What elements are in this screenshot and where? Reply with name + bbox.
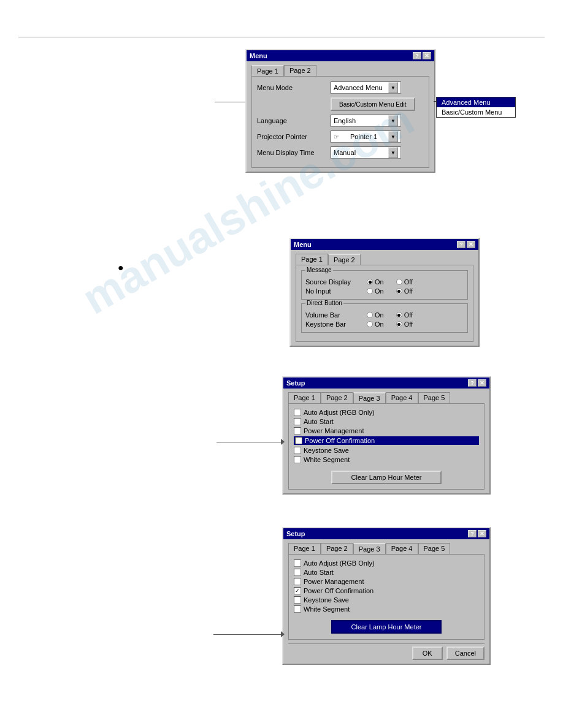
titlebar-controls-2: ? ✕ bbox=[457, 241, 475, 248]
clear-lamp-button-3[interactable]: Clear Lamp Hour Meter bbox=[331, 471, 442, 484]
titlebar-controls-3: ? ✕ bbox=[468, 379, 486, 387]
setup-dialog-3-titlebar: Setup ? ✕ bbox=[283, 377, 489, 389]
no-input-off-radio[interactable] bbox=[396, 288, 402, 294]
arrow-3 bbox=[216, 439, 285, 445]
setup-dialog-4-panel: Auto Adjust (RGB Only) Auto Start Power … bbox=[288, 554, 484, 640]
menu-dialog-1-content: Page 1 Page 2 Menu Mode Advanced Menu ▼ … bbox=[247, 61, 434, 172]
close-button-3[interactable]: ✕ bbox=[478, 379, 486, 387]
close-button-4[interactable]: ✕ bbox=[478, 530, 486, 537]
checkbox-4-0[interactable] bbox=[294, 559, 301, 567]
popup-item-advanced[interactable]: Advanced Menu bbox=[437, 97, 515, 107]
menu-mode-dropdown-arrow[interactable]: ▼ bbox=[388, 82, 398, 93]
titlebar-controls: ? ✕ bbox=[413, 52, 431, 59]
checkbox-2[interactable] bbox=[294, 427, 301, 434]
checkbox-4-5[interactable] bbox=[294, 605, 301, 613]
checkbox-row-1: Auto Start bbox=[294, 418, 479, 425]
tab3-p1[interactable]: Page 1 bbox=[288, 392, 321, 403]
checkbox-row-5: White Segment bbox=[294, 456, 479, 463]
menu-display-time-row: Menu Display Time Manual ▼ bbox=[257, 146, 424, 159]
close-button[interactable]: ✕ bbox=[423, 52, 431, 59]
help-button-4[interactable]: ? bbox=[468, 530, 477, 537]
checkbox-row-3[interactable]: ✓ Power Off Confirmation bbox=[294, 436, 479, 445]
tab4-p4[interactable]: Page 4 bbox=[386, 543, 418, 554]
tab-page1[interactable]: Page 1 bbox=[251, 65, 284, 76]
source-display-label: Source Display bbox=[305, 278, 367, 286]
checkbox-4-3[interactable]: ✓ bbox=[294, 587, 301, 594]
popup-item-basic[interactable]: Basic/Custom Menu bbox=[437, 107, 515, 117]
direct-button-legend: Direct Button bbox=[305, 300, 343, 306]
tab2-page2[interactable]: Page 2 bbox=[328, 254, 361, 265]
message-fieldset: Message Source Display On Off bbox=[301, 270, 468, 300]
no-input-off[interactable]: Off bbox=[396, 287, 413, 295]
tab3-p3[interactable]: Page 3 bbox=[353, 392, 386, 403]
projector-pointer-dropdown[interactable]: ☞ Pointer 1 ▼ bbox=[331, 131, 401, 143]
tab3-p4[interactable]: Page 4 bbox=[386, 392, 418, 403]
keystone-bar-on-radio[interactable] bbox=[367, 321, 373, 327]
top-divider bbox=[18, 37, 545, 37]
keystone-bar-off-radio[interactable] bbox=[396, 321, 402, 327]
tab3-p5[interactable]: Page 5 bbox=[418, 392, 451, 403]
volume-bar-off[interactable]: Off bbox=[396, 311, 413, 319]
menu-dialog-2: Menu ? ✕ Page 1 Page 2 Message Source Di… bbox=[289, 238, 480, 347]
menu-dialog-2-content: Page 1 Page 2 Message Source Display On bbox=[291, 250, 478, 346]
no-input-group: On Off bbox=[367, 287, 413, 295]
checkbox-row-0: Auto Adjust (RGB Only) bbox=[294, 409, 479, 416]
tab4-p1[interactable]: Page 1 bbox=[288, 543, 321, 554]
checkbox-4-1[interactable] bbox=[294, 569, 301, 576]
keystone-bar-label: Keystone Bar bbox=[305, 320, 367, 328]
setup-dialog-3-title: Setup bbox=[286, 379, 305, 387]
checkbox-4-4[interactable] bbox=[294, 596, 301, 604]
arrow-4 bbox=[213, 631, 285, 637]
menu-mode-dropdown[interactable]: Advanced Menu ▼ bbox=[331, 82, 401, 94]
tab4-p2[interactable]: Page 2 bbox=[321, 543, 353, 554]
setup-dialog-3-panel: Auto Adjust (RGB Only) Auto Start Power … bbox=[288, 403, 484, 490]
source-display-off-radio[interactable] bbox=[396, 279, 402, 285]
checkbox-4[interactable] bbox=[294, 447, 301, 454]
ok-button[interactable]: OK bbox=[412, 646, 443, 660]
tab2-page1[interactable]: Page 1 bbox=[296, 254, 328, 265]
volume-bar-off-radio[interactable] bbox=[396, 312, 402, 318]
basic-custom-row: Basic/Custom Menu Edit bbox=[331, 97, 424, 111]
language-dropdown[interactable]: English ▼ bbox=[331, 115, 401, 127]
clear-lamp-button-4[interactable]: Clear Lamp Hour Meter bbox=[331, 620, 442, 634]
checkbox-4-2[interactable] bbox=[294, 578, 301, 585]
keystone-bar-group: On Off bbox=[367, 320, 413, 328]
volume-bar-row: Volume Bar On Off bbox=[305, 311, 464, 319]
menu-dialog-1-title: Menu bbox=[250, 52, 267, 59]
keystone-bar-on[interactable]: On bbox=[367, 320, 384, 328]
help-button[interactable]: ? bbox=[413, 52, 421, 59]
help-button-3[interactable]: ? bbox=[468, 379, 477, 387]
close-button-2[interactable]: ✕ bbox=[467, 241, 475, 248]
tab3-p2[interactable]: Page 2 bbox=[321, 392, 353, 403]
checkbox-5[interactable] bbox=[294, 456, 301, 463]
setup-dialog-4-content: Page 1 Page 2 Page 3 Page 4 Page 5 Auto … bbox=[283, 539, 489, 664]
menu-display-time-arrow[interactable]: ▼ bbox=[388, 147, 398, 158]
checkbox-4-row-2: Power Management bbox=[294, 578, 479, 585]
checkbox-0[interactable] bbox=[294, 409, 301, 416]
titlebar-controls-4: ? ✕ bbox=[468, 530, 486, 537]
source-display-on-radio[interactable] bbox=[367, 279, 373, 285]
setup-dialog-4-title: Setup bbox=[286, 530, 305, 537]
tab4-p5[interactable]: Page 5 bbox=[418, 543, 451, 554]
keystone-bar-off[interactable]: Off bbox=[396, 320, 413, 328]
ok-cancel-row: OK Cancel bbox=[288, 643, 484, 660]
checkbox-3[interactable]: ✓ bbox=[295, 437, 302, 444]
source-display-on[interactable]: On bbox=[367, 278, 384, 286]
basic-custom-button[interactable]: Basic/Custom Menu Edit bbox=[331, 97, 415, 111]
volume-bar-on-radio[interactable] bbox=[367, 312, 373, 318]
help-button-2[interactable]: ? bbox=[457, 241, 465, 248]
menu-display-time-dropdown[interactable]: Manual ▼ bbox=[331, 146, 401, 159]
source-display-off[interactable]: Off bbox=[396, 278, 413, 286]
cancel-button[interactable]: Cancel bbox=[446, 646, 484, 660]
checkbox-row-2: Power Management bbox=[294, 427, 479, 434]
language-dropdown-arrow[interactable]: ▼ bbox=[388, 115, 398, 126]
tab-page2[interactable]: Page 2 bbox=[284, 65, 316, 76]
bullet-dot: ● bbox=[118, 262, 124, 273]
no-input-on[interactable]: On bbox=[367, 287, 384, 295]
projector-pointer-arrow[interactable]: ▼ bbox=[388, 131, 398, 142]
tab4-p3[interactable]: Page 3 bbox=[353, 543, 386, 554]
checkbox-1[interactable] bbox=[294, 418, 301, 425]
projector-pointer-row: Projector Pointer ☞ Pointer 1 ▼ bbox=[257, 131, 424, 143]
no-input-on-radio[interactable] bbox=[367, 288, 373, 294]
volume-bar-on[interactable]: On bbox=[367, 311, 384, 319]
